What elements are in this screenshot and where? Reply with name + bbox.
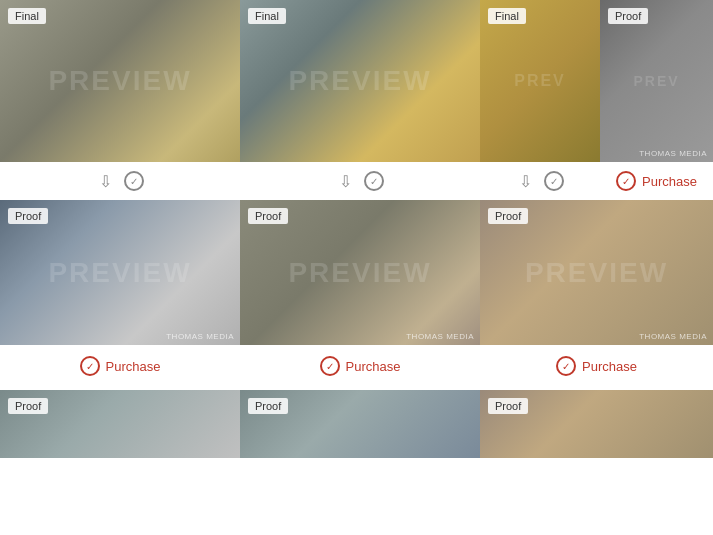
download-icon-3[interactable]: ⇩	[516, 172, 534, 190]
badge-proof-2-3: Proof	[488, 208, 528, 224]
image-1-1: PREVIEW	[0, 0, 240, 162]
image-cell-1-2[interactable]: PREVIEW Final	[240, 0, 480, 162]
image-cell-3-1[interactable]: Proof	[0, 390, 240, 458]
image-1-2: PREVIEW	[240, 0, 480, 162]
purchase-check-icon-2-3[interactable]: ✓	[556, 356, 576, 376]
purchase-check-icon-2-1[interactable]: ✓	[80, 356, 100, 376]
purchase-row-2: ✓ Purchase ✓ Purchase ✓ Purchase	[0, 345, 713, 387]
image-1-4: PREV	[600, 0, 713, 162]
purchase-action-1: ✓ Purchase	[600, 171, 713, 191]
purchase-button-2-2[interactable]: Purchase	[346, 359, 401, 374]
purchase-cell-2-2: ✓ Purchase	[240, 356, 480, 376]
badge-proof-1: Proof	[608, 8, 648, 24]
action-cell-1-4: ✓ Purchase	[600, 171, 713, 191]
image-row-3: Proof Proof Proof	[0, 390, 713, 458]
purchase-cell-2-1: ✓ Purchase	[0, 356, 240, 376]
badge-proof-2-2: Proof	[248, 208, 288, 224]
badge-final-1: Final	[8, 8, 46, 24]
image-row-2: PREVIEW Proof THOMAS MEDIA PREVIEW Proof…	[0, 200, 713, 345]
image-cell-1-4[interactable]: PREV Proof THOMAS MEDIA	[600, 0, 713, 162]
watermark-2-3: THOMAS MEDIA	[639, 332, 707, 341]
purchase-cell-2-3: ✓ Purchase	[480, 356, 713, 376]
download-icon-2[interactable]: ⇩	[336, 172, 354, 190]
watermark-2-2: THOMAS MEDIA	[406, 332, 474, 341]
download-icon-1[interactable]: ⇩	[96, 172, 114, 190]
image-cell-2-1[interactable]: PREVIEW Proof THOMAS MEDIA	[0, 200, 240, 345]
check-icon-2[interactable]: ✓	[364, 171, 384, 191]
image-cell-2-2[interactable]: PREVIEW Proof THOMAS MEDIA	[240, 200, 480, 345]
badge-proof-2-1: Proof	[8, 208, 48, 224]
purchase-check-icon-2-2[interactable]: ✓	[320, 356, 340, 376]
image-cell-1-3[interactable]: PREV Final	[480, 0, 600, 162]
badge-final-2: Final	[248, 8, 286, 24]
image-row-1: PREVIEW Final PREVIEW Final PREV Final P…	[0, 0, 713, 162]
check-icon-1[interactable]: ✓	[124, 171, 144, 191]
image-cell-3-3[interactable]: Proof	[480, 390, 713, 458]
badge-proof-3-3: Proof	[488, 398, 528, 414]
check-icon-3[interactable]: ✓	[544, 171, 564, 191]
action-cell-1-1: ⇩ ✓	[0, 171, 240, 191]
badge-proof-3-2: Proof	[248, 398, 288, 414]
badge-proof-3-1: Proof	[8, 398, 48, 414]
purchase-button-2-1[interactable]: Purchase	[106, 359, 161, 374]
action-cell-1-2: ⇩ ✓	[240, 171, 480, 191]
image-cell-1-1[interactable]: PREVIEW Final	[0, 0, 240, 162]
watermark-2-1: THOMAS MEDIA	[166, 332, 234, 341]
action-cell-1-3: ⇩ ✓	[480, 171, 600, 191]
badge-final-3: Final	[488, 8, 526, 24]
purchase-button-1[interactable]: Purchase	[642, 174, 697, 189]
image-cell-3-2[interactable]: Proof	[240, 390, 480, 458]
image-1-3: PREV	[480, 0, 600, 162]
action-row-1: ⇩ ✓ ⇩ ✓ ⇩ ✓ ✓ Purchase	[0, 162, 713, 200]
purchase-check-icon-1[interactable]: ✓	[616, 171, 636, 191]
purchase-button-2-3[interactable]: Purchase	[582, 359, 637, 374]
watermark-1: THOMAS MEDIA	[639, 149, 707, 158]
image-cell-2-3[interactable]: PREVIEW Proof THOMAS MEDIA	[480, 200, 713, 345]
